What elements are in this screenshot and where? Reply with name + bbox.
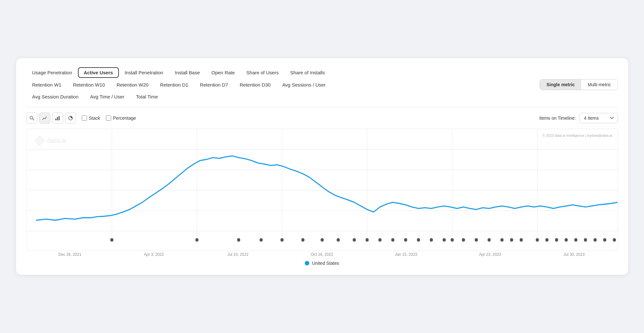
tab-retention-d30[interactable]: Retention D30 xyxy=(234,79,276,90)
metric-toggle: Single metric Multi-metric xyxy=(540,79,618,90)
svg-point-21 xyxy=(110,238,113,242)
svg-point-33 xyxy=(404,238,407,242)
svg-point-45 xyxy=(545,238,548,242)
tab-usage-penetration[interactable]: Usage Penetration xyxy=(26,67,78,78)
svg-point-36 xyxy=(442,238,446,242)
tabs-row-1: Usage PenetrationActive UsersInstall Pen… xyxy=(26,67,618,78)
x-label-1: Dec 26, 2021 xyxy=(29,252,111,257)
svg-point-41 xyxy=(500,238,504,242)
toolbar: Stack Percentage Items on Timeline: 4 It… xyxy=(26,113,618,124)
chart-container: data.ai © 2023 data.ai Intelligence | ls… xyxy=(26,129,618,251)
svg-point-44 xyxy=(535,238,539,242)
svg-point-27 xyxy=(321,238,324,242)
legend-dot xyxy=(305,261,309,265)
items-select[interactable]: 4 Items 2 Items 6 Items 8 Items xyxy=(579,113,618,123)
svg-point-46 xyxy=(555,238,558,242)
tab-retention-w1[interactable]: Retention W1 xyxy=(26,79,67,90)
watermark-diamond-icon xyxy=(34,135,45,146)
tab-install-penetration[interactable]: Install Penetration xyxy=(119,67,169,78)
svg-point-30 xyxy=(365,238,369,242)
chart-watermark: data.ai xyxy=(34,135,67,146)
svg-point-52 xyxy=(613,238,616,242)
svg-point-24 xyxy=(259,238,263,242)
tab-avg-sessions-user[interactable]: Avg Sessions / User xyxy=(276,79,332,90)
items-on-timeline-label: Items on Timeline: xyxy=(539,116,576,121)
x-label-4: Oct 16, 2022 xyxy=(281,252,363,257)
tab-retention-d7[interactable]: Retention D7 xyxy=(194,79,234,90)
percentage-checkbox[interactable] xyxy=(106,116,111,121)
tab-install-base[interactable]: Install Base xyxy=(169,67,206,78)
svg-point-29 xyxy=(352,238,356,242)
zoom-icon-button[interactable] xyxy=(26,113,37,124)
circle-icon-button[interactable] xyxy=(65,113,76,124)
svg-rect-2 xyxy=(55,118,56,120)
x-label-5: Jan 15, 2023 xyxy=(365,252,447,257)
divider xyxy=(26,107,618,107)
tabs-row-2-left: Retention W1Retention W10Retention W20Re… xyxy=(26,79,332,90)
tab-share-of-installs[interactable]: Share of Installs xyxy=(284,67,331,78)
tabs-row-3: Avg Session DurationAvg Time / UserTotal… xyxy=(26,91,618,102)
svg-line-1 xyxy=(33,119,34,120)
stack-checkbox[interactable] xyxy=(82,116,87,121)
main-card: Usage PenetrationActive UsersInstall Pen… xyxy=(16,58,628,275)
line-chart-icon-button[interactable] xyxy=(39,113,50,124)
chart-svg xyxy=(27,129,618,251)
svg-point-49 xyxy=(584,238,587,242)
svg-point-22 xyxy=(195,238,198,242)
watermark-text: data.ai xyxy=(47,137,67,144)
svg-point-23 xyxy=(237,238,240,242)
svg-point-48 xyxy=(574,238,577,242)
toolbar-left: Stack Percentage xyxy=(26,113,136,124)
single-metric-button[interactable]: Single metric xyxy=(540,79,581,90)
tab-retention-w20[interactable]: Retention W20 xyxy=(111,79,154,90)
tab-active-users[interactable]: Active Users xyxy=(78,67,119,78)
bar-chart-icon-button[interactable] xyxy=(52,113,63,124)
x-label-2: Apr 3, 2022 xyxy=(113,252,195,257)
tab-share-of-users[interactable]: Share of Users xyxy=(241,67,284,78)
svg-point-37 xyxy=(450,238,454,242)
svg-point-35 xyxy=(429,238,433,242)
tab-open-rate[interactable]: Open Rate xyxy=(206,67,241,78)
svg-point-34 xyxy=(417,238,420,242)
x-label-6: Apr 23, 2023 xyxy=(449,252,531,257)
stack-label: Stack xyxy=(89,116,100,121)
tab-avg-time-user[interactable]: Avg Time / User xyxy=(84,91,130,102)
tab-total-time[interactable]: Total Time xyxy=(130,91,164,102)
svg-rect-3 xyxy=(57,117,58,120)
svg-point-51 xyxy=(603,238,606,242)
svg-point-40 xyxy=(487,238,491,242)
percentage-label: Percentage xyxy=(113,116,136,121)
tabs-row-2: Retention W1Retention W10Retention W20Re… xyxy=(26,79,618,90)
svg-point-26 xyxy=(301,238,304,242)
x-label-7: Jul 30, 2023 xyxy=(533,252,615,257)
svg-point-43 xyxy=(519,238,523,242)
x-label-3: Jul 10, 2022 xyxy=(197,252,279,257)
svg-point-38 xyxy=(462,238,465,242)
stack-checkbox-label[interactable]: Stack xyxy=(82,116,100,121)
tab-retention-w10[interactable]: Retention W10 xyxy=(67,79,111,90)
svg-rect-4 xyxy=(59,116,60,120)
x-axis-labels: Dec 26, 2021 Apr 3, 2022 Jul 10, 2022 Oc… xyxy=(26,251,618,257)
legend-label: United States xyxy=(312,261,339,266)
svg-point-42 xyxy=(510,238,513,242)
svg-point-31 xyxy=(378,238,381,242)
svg-point-25 xyxy=(280,238,284,242)
svg-point-28 xyxy=(336,238,340,242)
legend: United States xyxy=(26,261,618,266)
tab-avg-session-duration[interactable]: Avg Session Duration xyxy=(26,91,84,102)
svg-point-32 xyxy=(391,238,394,242)
multi-metric-button[interactable]: Multi-metric xyxy=(581,79,617,90)
toolbar-right: Items on Timeline: 4 Items 2 Items 6 Ite… xyxy=(539,113,618,123)
tab-retention-d1[interactable]: Retention D1 xyxy=(154,79,194,90)
svg-point-39 xyxy=(475,238,478,242)
percentage-checkbox-label[interactable]: Percentage xyxy=(106,116,136,121)
svg-point-47 xyxy=(564,238,568,242)
svg-point-50 xyxy=(593,238,597,242)
chart-copyright: © 2023 data.ai Intelligence | lsydow@dat… xyxy=(542,134,612,137)
